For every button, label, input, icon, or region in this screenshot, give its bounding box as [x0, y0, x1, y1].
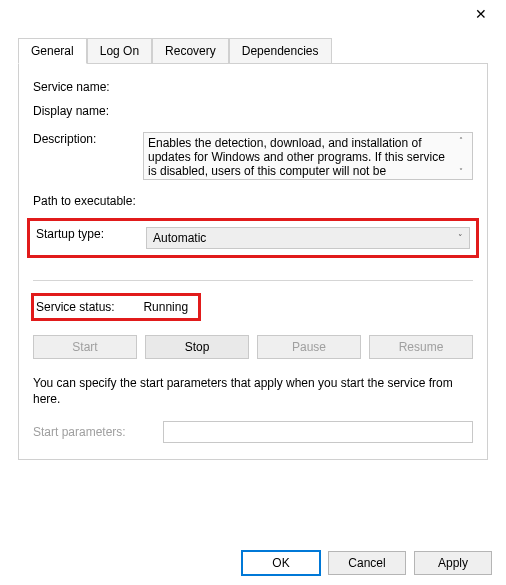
cancel-button[interactable]: Cancel	[328, 551, 406, 575]
tab-panel-general: Service name: Display name: Description:…	[18, 64, 488, 460]
pause-button: Pause	[257, 335, 361, 359]
highlight-service-status: Service status: Running	[31, 293, 201, 321]
dialog-body: General Log On Recovery Dependencies Ser…	[0, 28, 506, 470]
start-button: Start	[33, 335, 137, 359]
close-icon[interactable]: ✕	[466, 6, 496, 22]
startup-type-value: Automatic	[153, 231, 206, 245]
startup-type-select[interactable]: Automatic ˅	[146, 227, 470, 249]
label-startup-type: Startup type:	[36, 227, 146, 241]
start-params-input	[163, 421, 473, 443]
tab-dependencies[interactable]: Dependencies	[229, 38, 332, 63]
scroll-up-icon[interactable]: ˄	[459, 136, 463, 145]
label-path: Path to executable:	[33, 194, 173, 208]
label-service-status: Service status:	[36, 300, 115, 314]
scroll-down-icon[interactable]: ˅	[459, 167, 463, 176]
service-control-buttons: Start Stop Pause Resume	[33, 335, 473, 359]
resume-button: Resume	[369, 335, 473, 359]
chevron-down-icon: ˅	[458, 233, 463, 243]
separator	[33, 280, 473, 281]
tab-logon[interactable]: Log On	[87, 38, 152, 63]
label-display-name: Display name:	[33, 104, 143, 118]
tab-recovery[interactable]: Recovery	[152, 38, 229, 63]
description-box[interactable]: Enables the detection, download, and ins…	[143, 132, 473, 180]
label-start-params: Start parameters:	[33, 425, 163, 439]
tab-general[interactable]: General	[18, 38, 87, 64]
titlebar: ✕	[0, 0, 506, 28]
stop-button[interactable]: Stop	[145, 335, 249, 359]
description-scrollbar[interactable]: ˄ ˅	[454, 136, 468, 176]
tabstrip: General Log On Recovery Dependencies	[18, 38, 488, 64]
label-description: Description:	[33, 132, 143, 146]
value-service-status: Running	[143, 300, 188, 314]
apply-button[interactable]: Apply	[414, 551, 492, 575]
start-params-hint: You can specify the start parameters tha…	[33, 375, 473, 407]
dialog-buttons: OK Cancel Apply	[242, 551, 492, 575]
ok-button[interactable]: OK	[242, 551, 320, 575]
label-service-name: Service name:	[33, 80, 143, 94]
description-text: Enables the detection, download, and ins…	[148, 136, 454, 176]
highlight-startup-type: Startup type: Automatic ˅	[27, 218, 479, 258]
